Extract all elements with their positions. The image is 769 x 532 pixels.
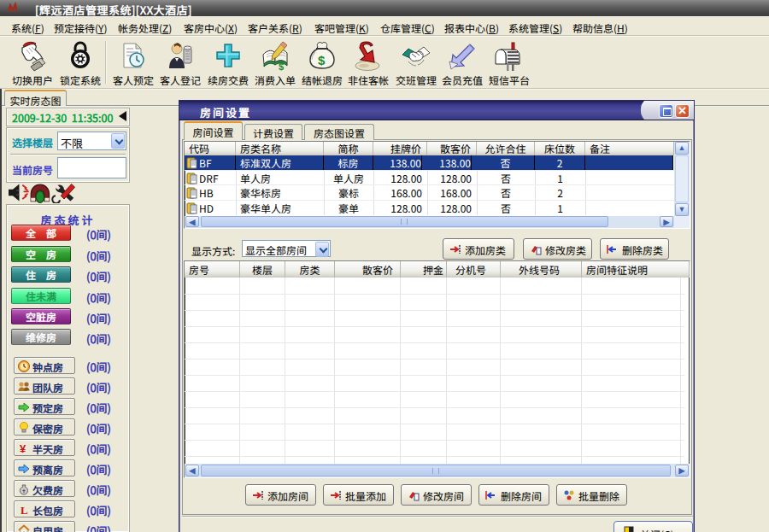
svg-text:¥: ¥	[20, 442, 26, 455]
svg-text:$: $	[318, 53, 326, 67]
svg-text:$: $	[279, 61, 284, 72]
svg-text:L: L	[21, 504, 28, 517]
